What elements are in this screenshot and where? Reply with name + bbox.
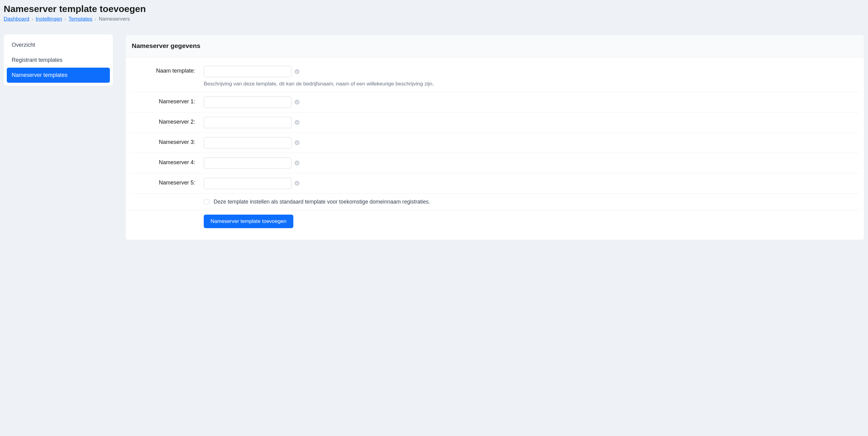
sidebar: Overzicht Registrant templates Nameserve… bbox=[4, 34, 113, 86]
sidebar-item-nameserver-templates[interactable]: Nameserver templates bbox=[7, 68, 110, 83]
nameserver3-label: Nameserver 3: bbox=[130, 137, 204, 145]
checkmark-circle-icon bbox=[294, 161, 300, 165]
breadcrumb-link-instellingen[interactable]: Instellingen bbox=[36, 16, 62, 22]
default-template-checkbox[interactable] bbox=[204, 199, 209, 204]
nameserver1-label: Nameserver 1: bbox=[130, 97, 204, 105]
nameserver1-input[interactable] bbox=[204, 97, 291, 108]
chevron-right-icon: › bbox=[32, 16, 33, 22]
nameserver2-input[interactable] bbox=[204, 117, 291, 128]
breadcrumb-link-dashboard[interactable]: Dashboard bbox=[4, 16, 29, 22]
sidebar-item-registrant-templates[interactable]: Registrant templates bbox=[7, 53, 110, 68]
main-panel: Nameserver gegevens Naam template: Besch… bbox=[125, 34, 864, 240]
submit-button[interactable]: Nameserver template toevoegen bbox=[204, 214, 293, 228]
name-template-input[interactable] bbox=[204, 66, 291, 77]
checkmark-circle-icon bbox=[294, 120, 300, 125]
name-template-helper: Beschrijving van deze template, dit kan … bbox=[204, 80, 860, 88]
chevron-right-icon: › bbox=[65, 16, 66, 22]
checkmark-circle-icon bbox=[294, 69, 300, 74]
nameserver2-label: Nameserver 2: bbox=[130, 117, 204, 125]
panel-header: Nameserver gegevens bbox=[126, 35, 864, 57]
name-template-label: Naam template: bbox=[130, 66, 204, 74]
checkmark-circle-icon bbox=[294, 100, 300, 105]
nameserver4-input[interactable] bbox=[204, 158, 291, 169]
chevron-right-icon: › bbox=[95, 16, 96, 22]
sidebar-item-overzicht[interactable]: Overzicht bbox=[7, 37, 110, 53]
checkmark-circle-icon bbox=[294, 140, 300, 145]
breadcrumb-current: Nameservers bbox=[99, 16, 130, 22]
breadcrumb-link-templates[interactable]: Templates bbox=[69, 16, 92, 22]
nameserver5-label: Nameserver 5: bbox=[130, 178, 204, 186]
panel-title: Nameserver gegevens bbox=[132, 42, 858, 49]
page-title: Nameserver template toevoegen bbox=[4, 4, 864, 14]
nameserver4-label: Nameserver 4: bbox=[130, 158, 204, 166]
default-template-label: Deze template instellen als standaard te… bbox=[214, 198, 430, 206]
checkmark-circle-icon bbox=[294, 181, 300, 186]
nameserver3-input[interactable] bbox=[204, 137, 291, 148]
nameserver5-input[interactable] bbox=[204, 178, 291, 189]
breadcrumb: Dashboard › Instellingen › Templates › N… bbox=[4, 16, 864, 22]
